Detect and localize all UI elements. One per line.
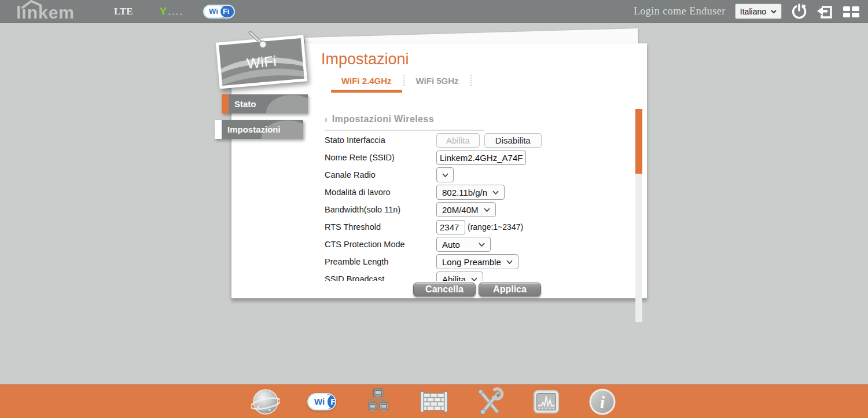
wifi-badge-fi: Fi [328, 394, 336, 409]
chevron-down-icon [506, 260, 513, 264]
scrollbar-thumb[interactable] [635, 109, 642, 174]
sidebar-item-label: Stato [234, 99, 256, 109]
panel-scrollbar[interactable] [635, 109, 642, 322]
sidebar-item-stato[interactable]: Stato [222, 94, 308, 113]
wifi-badge-wi: Wi [308, 394, 328, 409]
sidebar-item-impostazioni[interactable]: Impostazioni [215, 120, 303, 139]
wifi-badge-wi: Wi [204, 6, 220, 17]
logo-check-icon [21, 0, 51, 9]
cancel-button[interactable]: Cancella [413, 283, 476, 296]
wifi-badge-fi: Fi [220, 6, 234, 17]
channel-select[interactable] [436, 167, 454, 182]
field-label: Modalità di lavoro [325, 188, 436, 197]
apps-grid-icon[interactable] [843, 5, 860, 18]
row-canale-radio: Canale Radio [325, 166, 649, 184]
section-header: › Impostazioni Wireless [325, 114, 484, 131]
wifi-icon[interactable]: Wi Fi [307, 387, 336, 416]
row-stato-interfaccia: Stato Interfaccia Abilita Disabilita [325, 131, 649, 149]
field-label: RTS Threshold [325, 222, 436, 232]
wifi-status-icon: Wi Fi [203, 5, 235, 19]
enable-button[interactable]: Abilita [436, 133, 480, 148]
language-select[interactable]: Italiano [735, 3, 782, 19]
lan-icon[interactable] [363, 387, 392, 416]
row-rts-threshold: RTS Threshold (range:1~2347) [325, 218, 649, 236]
row-cts-protection: CTS Protection Mode Auto [325, 236, 649, 253]
disable-button[interactable]: Disabilita [484, 133, 542, 148]
wifi-category-card[interactable]: WiFi [216, 35, 307, 89]
tab-separator [403, 75, 404, 86]
svg-text:i: i [600, 393, 605, 412]
power-icon[interactable] [791, 3, 807, 19]
field-label: Preamble Length [325, 257, 436, 266]
preamble-length-select[interactable]: Long Preamble [436, 254, 518, 269]
sidebar-item-label: Impostazioni [227, 124, 281, 134]
form-actions: Cancella Applica [413, 283, 541, 296]
ssid-broadcast-select[interactable]: Abilita [436, 272, 483, 281]
login-status-text: Login come Enduser [634, 5, 726, 17]
chevron-down-icon [771, 10, 777, 13]
info-icon[interactable]: i [588, 387, 617, 416]
pin-icon [247, 29, 269, 50]
cts-protection-value: Auto [442, 240, 460, 250]
top-bar: linkem LTE Y .... Wi Fi Login come Endus… [0, 0, 868, 23]
tab-wifi-5ghz[interactable]: WiFi 5GHz [406, 76, 469, 86]
wifi-card-label: WiFi [246, 52, 277, 71]
tools-icon[interactable] [476, 387, 505, 416]
row-ssid-broadcast: SSID Broadcast Abilita [325, 270, 649, 281]
logout-icon[interactable] [816, 4, 833, 19]
chevron-down-icon [492, 190, 499, 195]
signal-letter: Y [160, 5, 167, 18]
field-label: CTS Protection Mode [325, 240, 436, 249]
ssid-broadcast-value: Abilita [442, 274, 466, 281]
wave-decoration [266, 95, 308, 113]
row-bandwidth: Bandwidth(solo 11n) 20M/40M [325, 201, 649, 218]
cts-protection-select[interactable]: Auto [436, 237, 491, 252]
linkem-logo: linkem [16, 0, 75, 23]
preamble-length-value: Long Preamble [442, 257, 501, 267]
tab-wifi-24ghz[interactable]: WiFi 2.4GHz [331, 76, 402, 86]
diagnostics-icon[interactable] [532, 387, 561, 416]
field-label: Canale Radio [325, 170, 436, 179]
bandwidth-select[interactable]: 20M/40M [436, 202, 496, 217]
signal-strength-icon: Y .... [160, 5, 184, 18]
language-selected-value: Italiano [740, 7, 766, 16]
lte-label: LTE [114, 6, 133, 17]
firewall-icon[interactable] [420, 387, 448, 416]
wireless-settings-form: Stato Interfaccia Abilita Disabilita Nom… [325, 131, 649, 281]
section-title: Impostazioni Wireless [332, 114, 434, 124]
apply-button[interactable]: Applica [479, 283, 541, 296]
chevron-down-icon [479, 243, 485, 247]
ssid-input[interactable] [436, 151, 526, 165]
signal-dots: .... [168, 6, 183, 18]
bottom-nav-bar: Wi Fi [0, 384, 868, 418]
work-mode-value: 802.11b/g/n [442, 188, 487, 197]
page-title: Impostazioni [321, 50, 409, 68]
row-ssid: Nome Rete (SSID) [325, 149, 649, 166]
tab-bar: WiFi 2.4GHz WiFi 5GHz [331, 72, 473, 89]
row-modalita: Modalità di lavoro 802.11b/g/n [325, 184, 649, 201]
field-label: Nome Rete (SSID) [325, 153, 436, 162]
work-mode-select[interactable]: 802.11b/g/n [436, 185, 505, 200]
field-label: SSID Broadcast [325, 274, 436, 281]
chevron-down-icon [484, 208, 490, 212]
tab-separator [470, 75, 472, 86]
chevron-down-icon [471, 277, 477, 281]
globe-icon[interactable] [251, 387, 280, 416]
row-preamble-length: Preamble Length Long Preamble [325, 253, 649, 270]
section-arrow-icon: › [325, 115, 328, 124]
field-label: Stato Interfaccia [325, 135, 436, 145]
accent-bar [215, 120, 222, 139]
rts-range-hint: (range:1~2347) [468, 222, 523, 232]
field-label: Bandwidth(solo 11n) [325, 205, 436, 214]
accent-bar [222, 94, 229, 113]
rts-threshold-input[interactable] [436, 220, 465, 234]
bandwidth-value: 20M/40M [442, 205, 479, 215]
chevron-down-icon [442, 173, 448, 177]
